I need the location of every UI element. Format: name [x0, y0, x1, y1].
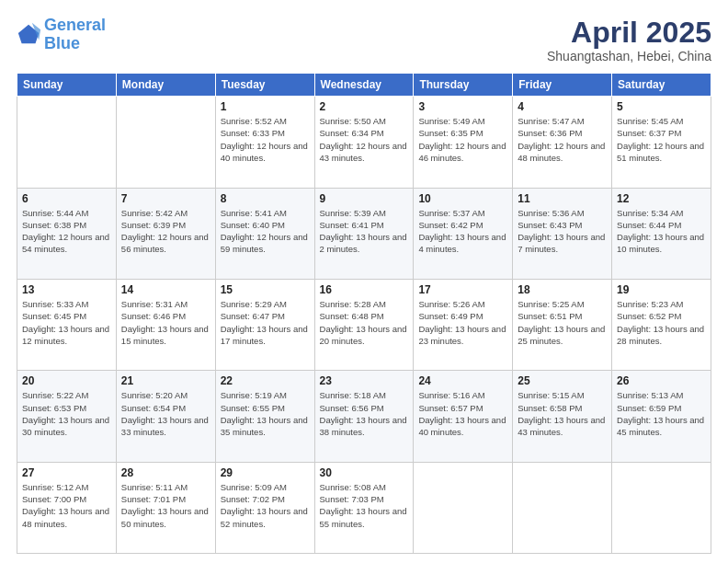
- day-number: 26: [617, 374, 706, 387]
- day-number: 15: [221, 283, 310, 296]
- calendar-cell: 24Sunrise: 5:16 AMSunset: 6:57 PMDayligh…: [414, 371, 513, 462]
- day-number: 24: [418, 374, 507, 387]
- day-number: 11: [518, 192, 607, 205]
- logo-general: General: [44, 16, 106, 34]
- calendar-cell: 9Sunrise: 5:39 AMSunset: 6:41 PMDaylight…: [314, 188, 414, 279]
- day-info: Sunrise: 5:28 AMSunset: 6:48 PMDaylight:…: [320, 298, 409, 347]
- day-number: 5: [617, 100, 706, 113]
- day-number: 16: [320, 283, 409, 296]
- day-header-tuesday: Tuesday: [215, 74, 314, 97]
- day-info: Sunrise: 5:13 AMSunset: 6:59 PMDaylight:…: [617, 389, 706, 438]
- calendar-cell: 26Sunrise: 5:13 AMSunset: 6:59 PMDayligh…: [612, 371, 711, 462]
- calendar-week-row: 27Sunrise: 5:12 AMSunset: 7:00 PMDayligh…: [17, 462, 711, 553]
- day-info: Sunrise: 5:15 AMSunset: 6:58 PMDaylight:…: [518, 389, 607, 438]
- header: General Blue April 2025 Shuangtashan, He…: [17, 17, 711, 63]
- calendar-cell: [17, 97, 117, 188]
- day-number: 25: [518, 374, 607, 387]
- day-number: 8: [221, 192, 310, 205]
- title-block: April 2025 Shuangtashan, Hebei, China: [547, 17, 711, 63]
- calendar-cell: 18Sunrise: 5:25 AMSunset: 6:51 PMDayligh…: [513, 279, 612, 370]
- day-info: Sunrise: 5:23 AMSunset: 6:52 PMDaylight:…: [617, 298, 706, 347]
- day-number: 3: [418, 100, 507, 113]
- logo-blue: Blue: [44, 34, 80, 52]
- calendar-cell: 25Sunrise: 5:15 AMSunset: 6:58 PMDayligh…: [513, 371, 612, 462]
- day-info: Sunrise: 5:44 AMSunset: 6:38 PMDaylight:…: [22, 207, 111, 256]
- calendar-cell: 1Sunrise: 5:52 AMSunset: 6:33 PMDaylight…: [215, 97, 314, 188]
- calendar-cell: 12Sunrise: 5:34 AMSunset: 6:44 PMDayligh…: [612, 188, 711, 279]
- day-info: Sunrise: 5:34 AMSunset: 6:44 PMDaylight:…: [617, 207, 706, 256]
- logo: General Blue: [17, 17, 106, 53]
- day-info: Sunrise: 5:19 AMSunset: 6:55 PMDaylight:…: [221, 389, 310, 438]
- day-info: Sunrise: 5:08 AMSunset: 7:03 PMDaylight:…: [320, 481, 409, 530]
- calendar-week-row: 6Sunrise: 5:44 AMSunset: 6:38 PMDaylight…: [17, 188, 711, 279]
- calendar-week-row: 1Sunrise: 5:52 AMSunset: 6:33 PMDaylight…: [17, 97, 711, 188]
- calendar-cell: 27Sunrise: 5:12 AMSunset: 7:00 PMDayligh…: [17, 462, 117, 553]
- calendar-cell: 8Sunrise: 5:41 AMSunset: 6:40 PMDaylight…: [215, 188, 314, 279]
- day-info: Sunrise: 5:37 AMSunset: 6:42 PMDaylight:…: [418, 207, 507, 256]
- calendar-cell: 14Sunrise: 5:31 AMSunset: 6:46 PMDayligh…: [116, 279, 215, 370]
- day-info: Sunrise: 5:26 AMSunset: 6:49 PMDaylight:…: [418, 298, 507, 347]
- day-header-monday: Monday: [116, 74, 215, 97]
- logo-text: General Blue: [44, 17, 106, 53]
- day-number: 17: [418, 283, 507, 296]
- calendar-cell: 29Sunrise: 5:09 AMSunset: 7:02 PMDayligh…: [215, 462, 314, 553]
- day-info: Sunrise: 5:09 AMSunset: 7:02 PMDaylight:…: [221, 481, 310, 530]
- day-header-friday: Friday: [513, 74, 612, 97]
- calendar-cell: 2Sunrise: 5:50 AMSunset: 6:34 PMDaylight…: [314, 97, 414, 188]
- day-info: Sunrise: 5:18 AMSunset: 6:56 PMDaylight:…: [320, 389, 409, 438]
- calendar-cell: 28Sunrise: 5:11 AMSunset: 7:01 PMDayligh…: [116, 462, 215, 553]
- day-header-saturday: Saturday: [612, 74, 711, 97]
- day-number: 1: [221, 100, 310, 113]
- calendar-cell: 19Sunrise: 5:23 AMSunset: 6:52 PMDayligh…: [612, 279, 711, 370]
- calendar-cell: 10Sunrise: 5:37 AMSunset: 6:42 PMDayligh…: [414, 188, 513, 279]
- day-number: 28: [121, 466, 210, 479]
- day-info: Sunrise: 5:49 AMSunset: 6:35 PMDaylight:…: [418, 115, 507, 164]
- day-info: Sunrise: 5:12 AMSunset: 7:00 PMDaylight:…: [22, 481, 111, 530]
- calendar-cell: [513, 462, 612, 553]
- day-header-sunday: Sunday: [17, 74, 117, 97]
- calendar-title: April 2025: [547, 17, 711, 49]
- day-info: Sunrise: 5:11 AMSunset: 7:01 PMDaylight:…: [121, 481, 210, 530]
- calendar-cell: 6Sunrise: 5:44 AMSunset: 6:38 PMDaylight…: [17, 188, 117, 279]
- day-number: 21: [121, 374, 210, 387]
- calendar-cell: 11Sunrise: 5:36 AMSunset: 6:43 PMDayligh…: [513, 188, 612, 279]
- day-info: Sunrise: 5:33 AMSunset: 6:45 PMDaylight:…: [22, 298, 111, 347]
- calendar-cell: [414, 462, 513, 553]
- day-info: Sunrise: 5:47 AMSunset: 6:36 PMDaylight:…: [518, 115, 607, 164]
- calendar-cell: 15Sunrise: 5:29 AMSunset: 6:47 PMDayligh…: [215, 279, 314, 370]
- day-info: Sunrise: 5:52 AMSunset: 6:33 PMDaylight:…: [221, 115, 310, 164]
- day-number: 22: [221, 374, 310, 387]
- day-info: Sunrise: 5:25 AMSunset: 6:51 PMDaylight:…: [518, 298, 607, 347]
- day-info: Sunrise: 5:41 AMSunset: 6:40 PMDaylight:…: [221, 207, 310, 256]
- day-number: 6: [22, 192, 111, 205]
- calendar-cell: 23Sunrise: 5:18 AMSunset: 6:56 PMDayligh…: [314, 371, 414, 462]
- day-number: 12: [617, 192, 706, 205]
- day-number: 30: [320, 466, 409, 479]
- day-info: Sunrise: 5:45 AMSunset: 6:37 PMDaylight:…: [617, 115, 706, 164]
- day-info: Sunrise: 5:50 AMSunset: 6:34 PMDaylight:…: [320, 115, 409, 164]
- calendar-cell: 5Sunrise: 5:45 AMSunset: 6:37 PMDaylight…: [612, 97, 711, 188]
- calendar-cell: 7Sunrise: 5:42 AMSunset: 6:39 PMDaylight…: [116, 188, 215, 279]
- calendar-cell: 20Sunrise: 5:22 AMSunset: 6:53 PMDayligh…: [17, 371, 117, 462]
- day-info: Sunrise: 5:16 AMSunset: 6:57 PMDaylight:…: [418, 389, 507, 438]
- day-info: Sunrise: 5:29 AMSunset: 6:47 PMDaylight:…: [221, 298, 310, 347]
- calendar-week-row: 20Sunrise: 5:22 AMSunset: 6:53 PMDayligh…: [17, 371, 711, 462]
- day-info: Sunrise: 5:36 AMSunset: 6:43 PMDaylight:…: [518, 207, 607, 256]
- day-number: 10: [418, 192, 507, 205]
- logo-icon: [17, 21, 42, 47]
- calendar-header-row: SundayMondayTuesdayWednesdayThursdayFrid…: [17, 74, 711, 97]
- day-number: 7: [121, 192, 210, 205]
- calendar-cell: 30Sunrise: 5:08 AMSunset: 7:03 PMDayligh…: [314, 462, 414, 553]
- calendar-cell: [116, 97, 215, 188]
- calendar-cell: 21Sunrise: 5:20 AMSunset: 6:54 PMDayligh…: [116, 371, 215, 462]
- day-number: 2: [320, 100, 409, 113]
- day-info: Sunrise: 5:42 AMSunset: 6:39 PMDaylight:…: [121, 207, 210, 256]
- day-number: 27: [22, 466, 111, 479]
- day-number: 29: [221, 466, 310, 479]
- calendar-cell: [612, 462, 711, 553]
- calendar-cell: 4Sunrise: 5:47 AMSunset: 6:36 PMDaylight…: [513, 97, 612, 188]
- day-header-wednesday: Wednesday: [314, 74, 414, 97]
- calendar-cell: 13Sunrise: 5:33 AMSunset: 6:45 PMDayligh…: [17, 279, 117, 370]
- calendar-cell: 22Sunrise: 5:19 AMSunset: 6:55 PMDayligh…: [215, 371, 314, 462]
- calendar-cell: 17Sunrise: 5:26 AMSunset: 6:49 PMDayligh…: [414, 279, 513, 370]
